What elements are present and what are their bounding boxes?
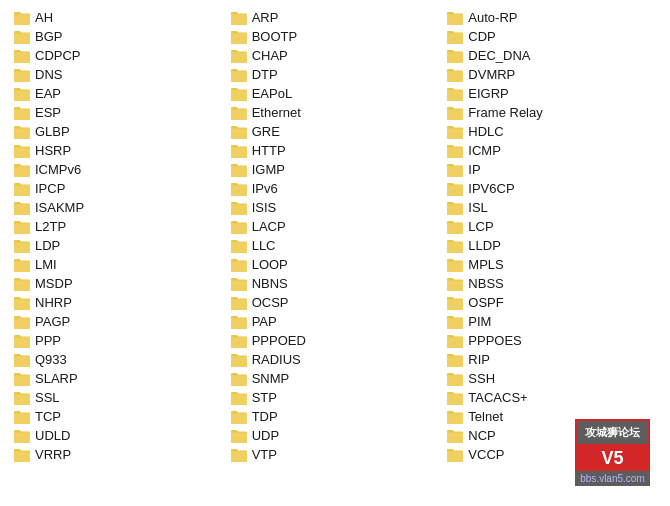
folder-item-vtp[interactable]: VTP [227, 445, 444, 464]
folder-item-vrrp[interactable]: VRRP [10, 445, 227, 464]
folder-label: MPLS [468, 257, 503, 272]
folder-item-eap[interactable]: EAP [10, 84, 227, 103]
folder-item-dns[interactable]: DNS [10, 65, 227, 84]
folder-item-pap[interactable]: PAP [227, 312, 444, 331]
folder-item-lacp[interactable]: LACP [227, 217, 444, 236]
folder-item-arp[interactable]: ARP [227, 8, 444, 27]
folder-item-pim[interactable]: PIM [443, 312, 660, 331]
folder-label: TACACS+ [468, 390, 527, 405]
folder-item-ocsp[interactable]: OCSP [227, 293, 444, 312]
folder-item-auto-rp[interactable]: Auto-RP [443, 8, 660, 27]
folder-item-dec_dna[interactable]: DEC_DNA [443, 46, 660, 65]
folder-item-dvmrp[interactable]: DVMRP [443, 65, 660, 84]
folder-item-udp[interactable]: UDP [227, 426, 444, 445]
folder-label: ISL [468, 200, 488, 215]
folder-item-pagp[interactable]: PAGP [10, 312, 227, 331]
folder-item-hdlc[interactable]: HDLC [443, 122, 660, 141]
folder-icon [447, 353, 463, 367]
folder-item-mpls[interactable]: MPLS [443, 255, 660, 274]
folder-icon [447, 163, 463, 177]
folder-label: Ethernet [252, 105, 301, 120]
folder-item-lcp[interactable]: LCP [443, 217, 660, 236]
folder-item-ethernet[interactable]: Ethernet [227, 103, 444, 122]
folder-label: L2TP [35, 219, 66, 234]
folder-label: GRE [252, 124, 280, 139]
folder-item-pppoed[interactable]: PPPOED [227, 331, 444, 350]
folder-item-isakmp[interactable]: ISAKMP [10, 198, 227, 217]
folder-item-nbss[interactable]: NBSS [443, 274, 660, 293]
folder-item-nhrp[interactable]: NHRP [10, 293, 227, 312]
folder-item-loop[interactable]: LOOP [227, 255, 444, 274]
folder-item-igmp[interactable]: IGMP [227, 160, 444, 179]
folder-label: LCP [468, 219, 493, 234]
folder-item-ssh[interactable]: SSH [443, 369, 660, 388]
folder-item-snmp[interactable]: SNMP [227, 369, 444, 388]
folder-item-msdp[interactable]: MSDP [10, 274, 227, 293]
folder-item-esp[interactable]: ESP [10, 103, 227, 122]
folder-item-http[interactable]: HTTP [227, 141, 444, 160]
folder-item-rip[interactable]: RIP [443, 350, 660, 369]
watermark-v5: V5 [575, 446, 650, 471]
folder-icon [14, 11, 30, 25]
folder-icon [231, 448, 247, 462]
folder-item-isl[interactable]: ISL [443, 198, 660, 217]
folder-item-llc[interactable]: LLC [227, 236, 444, 255]
folder-item-ip[interactable]: IP [443, 160, 660, 179]
folder-item-tcp[interactable]: TCP [10, 407, 227, 426]
folder-label: BGP [35, 29, 62, 44]
folder-item-eigrp[interactable]: EIGRP [443, 84, 660, 103]
folder-icon [231, 182, 247, 196]
folder-item-ipv6cp[interactable]: IPV6CP [443, 179, 660, 198]
folder-item-icmp[interactable]: ICMP [443, 141, 660, 160]
folder-item-ssl[interactable]: SSL [10, 388, 227, 407]
folder-item-ppp[interactable]: PPP [10, 331, 227, 350]
folder-item-icmpv6[interactable]: ICMPv6 [10, 160, 227, 179]
folder-label: VRRP [35, 447, 71, 462]
folder-item-radius[interactable]: RADIUS [227, 350, 444, 369]
folder-item-bootp[interactable]: BOOTP [227, 27, 444, 46]
folder-label: UDP [252, 428, 279, 443]
folder-label: LLC [252, 238, 276, 253]
folder-item-l2tp[interactable]: L2TP [10, 217, 227, 236]
folder-item-ipv6[interactable]: IPv6 [227, 179, 444, 198]
folder-item-cdpcp[interactable]: CDPCP [10, 46, 227, 65]
folder-item-ipcp[interactable]: IPCP [10, 179, 227, 198]
folder-icon [447, 220, 463, 234]
folder-item-hsrp[interactable]: HSRP [10, 141, 227, 160]
folder-item-isis[interactable]: ISIS [227, 198, 444, 217]
folder-item-tdp[interactable]: TDP [227, 407, 444, 426]
folder-icon [447, 239, 463, 253]
folder-label: RADIUS [252, 352, 301, 367]
folder-item-stp[interactable]: STP [227, 388, 444, 407]
folder-item-ah[interactable]: AH [10, 8, 227, 27]
folder-icon [14, 182, 30, 196]
folder-icon [14, 277, 30, 291]
folder-icon [447, 87, 463, 101]
folder-item-nbns[interactable]: NBNS [227, 274, 444, 293]
folder-item-chap[interactable]: CHAP [227, 46, 444, 65]
folder-item-gre[interactable]: GRE [227, 122, 444, 141]
folder-item-ospf[interactable]: OSPF [443, 293, 660, 312]
folder-icon [14, 68, 30, 82]
folder-label: OCSP [252, 295, 289, 310]
folder-item-lldp[interactable]: LLDP [443, 236, 660, 255]
folder-label: DVMRP [468, 67, 515, 82]
folder-item-pppoes[interactable]: PPPOES [443, 331, 660, 350]
folder-item-cdp[interactable]: CDP [443, 27, 660, 46]
folder-item-frame-relay[interactable]: Frame Relay [443, 103, 660, 122]
folder-label: EAP [35, 86, 61, 101]
folder-item-bgp[interactable]: BGP [10, 27, 227, 46]
folder-item-udld[interactable]: UDLD [10, 426, 227, 445]
folder-icon [14, 125, 30, 139]
folder-item-lmi[interactable]: LMI [10, 255, 227, 274]
folder-icon [447, 277, 463, 291]
folder-label: NBNS [252, 276, 288, 291]
folder-item-q933[interactable]: Q933 [10, 350, 227, 369]
folder-item-dtp[interactable]: DTP [227, 65, 444, 84]
folder-item-eapol[interactable]: EAPoL [227, 84, 444, 103]
folder-item-glbp[interactable]: GLBP [10, 122, 227, 141]
folder-item-ldp[interactable]: LDP [10, 236, 227, 255]
folder-icon [14, 410, 30, 424]
folder-item-tacacs+[interactable]: TACACS+ [443, 388, 660, 407]
folder-item-slarp[interactable]: SLARP [10, 369, 227, 388]
